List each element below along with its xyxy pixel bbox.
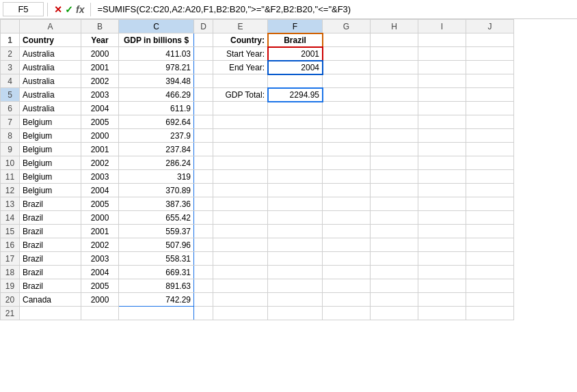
cell-D8[interactable] <box>194 129 213 143</box>
cell-H5[interactable] <box>371 88 418 102</box>
row-header-8[interactable]: 8 <box>1 129 20 143</box>
cell-D7[interactable] <box>194 115 213 129</box>
cell-J10[interactable] <box>466 156 514 170</box>
cell-F4[interactable] <box>268 74 323 88</box>
cell-C21[interactable] <box>119 307 194 320</box>
cell-I17[interactable] <box>418 252 466 266</box>
col-header-H[interactable]: H <box>371 20 418 33</box>
cell-G9[interactable] <box>323 143 371 156</box>
cell-F8[interactable] <box>268 129 323 143</box>
cell-F20[interactable] <box>268 293 323 307</box>
cell-E10[interactable] <box>213 156 268 170</box>
cell-A5[interactable]: Australia <box>20 88 81 102</box>
cell-G21[interactable] <box>323 307 371 320</box>
cell-J3[interactable] <box>466 61 514 74</box>
cell-E11[interactable] <box>213 170 268 184</box>
row-header-4[interactable]: 4 <box>1 74 20 88</box>
cell-F3[interactable]: 2004 <box>268 61 323 74</box>
cell-H10[interactable] <box>371 156 418 170</box>
cell-D1[interactable] <box>194 33 213 47</box>
row-header-3[interactable]: 3 <box>1 61 20 74</box>
cell-B7[interactable]: 2005 <box>81 115 119 129</box>
col-header-E[interactable]: E <box>213 20 268 33</box>
cell-B14[interactable]: 2000 <box>81 211 119 225</box>
cell-E4[interactable] <box>213 74 268 88</box>
cell-F14[interactable] <box>268 211 323 225</box>
cell-F12[interactable] <box>268 184 323 197</box>
cell-E8[interactable] <box>213 129 268 143</box>
cell-E1[interactable]: Country: <box>213 33 268 47</box>
cell-E7[interactable] <box>213 115 268 129</box>
cell-C11[interactable]: 319 <box>119 170 194 184</box>
cell-G2[interactable] <box>323 47 371 61</box>
cell-D10[interactable] <box>194 156 213 170</box>
row-header-9[interactable]: 9 <box>1 143 20 156</box>
cell-C1[interactable]: GDP in billions $ <box>119 33 194 47</box>
cell-H18[interactable] <box>371 266 418 279</box>
cell-C10[interactable]: 286.24 <box>119 156 194 170</box>
cell-H11[interactable] <box>371 170 418 184</box>
cell-J1[interactable] <box>466 33 514 47</box>
cell-I1[interactable] <box>418 33 466 47</box>
cell-H1[interactable] <box>371 33 418 47</box>
cell-H15[interactable] <box>371 225 418 238</box>
cell-H21[interactable] <box>371 307 418 320</box>
cell-J2[interactable] <box>466 47 514 61</box>
cell-J20[interactable] <box>466 293 514 307</box>
cell-E16[interactable] <box>213 238 268 252</box>
cell-H14[interactable] <box>371 211 418 225</box>
cell-I6[interactable] <box>418 102 466 115</box>
cell-E5[interactable]: GDP Total: <box>213 88 268 102</box>
formula-input[interactable] <box>94 3 574 16</box>
cell-B17[interactable]: 2003 <box>81 252 119 266</box>
cell-C14[interactable]: 655.42 <box>119 211 194 225</box>
cell-G10[interactable] <box>323 156 371 170</box>
cell-C8[interactable]: 237.9 <box>119 129 194 143</box>
cell-G4[interactable] <box>323 74 371 88</box>
col-header-C[interactable]: C <box>119 20 194 33</box>
cell-F13[interactable] <box>268 197 323 211</box>
cell-G13[interactable] <box>323 197 371 211</box>
cell-I16[interactable] <box>418 238 466 252</box>
cell-B4[interactable]: 2002 <box>81 74 119 88</box>
row-header-11[interactable]: 11 <box>1 170 20 184</box>
row-header-12[interactable]: 12 <box>1 184 20 197</box>
cell-G19[interactable] <box>323 279 371 293</box>
col-header-G[interactable]: G <box>323 20 371 33</box>
cell-A9[interactable]: Belgium <box>20 143 81 156</box>
cell-E9[interactable] <box>213 143 268 156</box>
cell-D6[interactable] <box>194 102 213 115</box>
cell-D18[interactable] <box>194 266 213 279</box>
row-header-10[interactable]: 10 <box>1 156 20 170</box>
row-header-18[interactable]: 18 <box>1 266 20 279</box>
cell-D12[interactable] <box>194 184 213 197</box>
fx-icon[interactable]: fx <box>76 4 84 15</box>
cell-C4[interactable]: 394.48 <box>119 74 194 88</box>
col-header-D[interactable]: D <box>194 20 213 33</box>
cell-C17[interactable]: 558.31 <box>119 252 194 266</box>
cell-F21[interactable] <box>268 307 323 320</box>
cell-J14[interactable] <box>466 211 514 225</box>
cell-I2[interactable] <box>418 47 466 61</box>
cell-E19[interactable] <box>213 279 268 293</box>
cell-B8[interactable]: 2000 <box>81 129 119 143</box>
cell-F9[interactable] <box>268 143 323 156</box>
cell-ref-box[interactable] <box>3 2 44 16</box>
cell-G3[interactable] <box>323 61 371 74</box>
cell-I12[interactable] <box>418 184 466 197</box>
cell-E18[interactable] <box>213 266 268 279</box>
cell-C2[interactable]: 411.03 <box>119 47 194 61</box>
cell-A13[interactable]: Brazil <box>20 197 81 211</box>
cell-A19[interactable]: Brazil <box>20 279 81 293</box>
cell-I10[interactable] <box>418 156 466 170</box>
cell-A17[interactable]: Brazil <box>20 252 81 266</box>
cell-F10[interactable] <box>268 156 323 170</box>
cell-F16[interactable] <box>268 238 323 252</box>
cell-I15[interactable] <box>418 225 466 238</box>
cell-J8[interactable] <box>466 129 514 143</box>
cell-I3[interactable] <box>418 61 466 74</box>
cell-G1[interactable] <box>323 33 371 47</box>
cell-G6[interactable] <box>323 102 371 115</box>
row-header-15[interactable]: 15 <box>1 225 20 238</box>
cell-I19[interactable] <box>418 279 466 293</box>
